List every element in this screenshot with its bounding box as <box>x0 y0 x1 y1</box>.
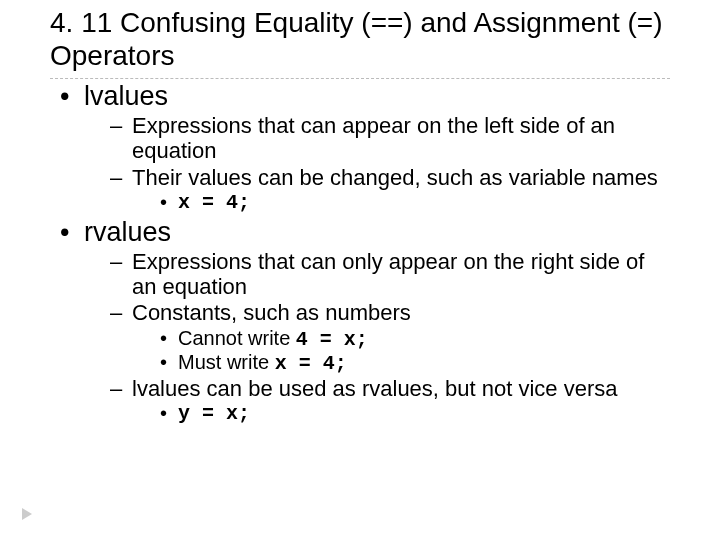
bullet-mark: • <box>160 327 178 352</box>
divider <box>50 78 670 79</box>
dash-mark: – <box>110 165 132 190</box>
bullet-mark: • <box>160 402 178 426</box>
slide-title: 4. 11 Confusing Equality (==) and Assign… <box>50 6 670 72</box>
code-text: 4 = x; <box>296 328 368 351</box>
mixed-line: Cannot write 4 = x; <box>178 327 368 352</box>
sub-bullet: – Their values can be changed, such as v… <box>110 165 670 190</box>
bullet-text: Expressions that can appear on the left … <box>132 113 670 164</box>
bullet-text: rvalues <box>84 217 171 248</box>
bullet-mark: • <box>160 351 178 376</box>
code-bullet: • Must write x = 4; <box>160 351 670 376</box>
bullet-mark: • <box>60 217 84 248</box>
slide-content: • lvalues – Expressions that can appear … <box>50 81 670 426</box>
sub-bullet: – Expressions that can only appear on th… <box>110 249 670 300</box>
bullet-text: Their values can be changed, such as var… <box>132 165 658 190</box>
dash-mark: – <box>110 376 132 401</box>
code-text: x = 4; <box>275 352 347 375</box>
sub-bullet: – Expressions that can appear on the lef… <box>110 113 670 164</box>
sub-bullet: – lvalues can be used as rvalues, but no… <box>110 376 670 401</box>
dash-mark: – <box>110 113 132 164</box>
bullet-lvalues: • lvalues <box>60 81 670 112</box>
bullet-text: Constants, such as numbers <box>132 300 411 325</box>
code-text: y = x; <box>178 402 250 426</box>
bullet-text: Cannot write <box>178 327 296 349</box>
sub-bullet: – Constants, such as numbers <box>110 300 670 325</box>
bullet-rvalues: • rvalues <box>60 217 670 248</box>
bullet-text: Must write <box>178 351 275 373</box>
mixed-line: Must write x = 4; <box>178 351 347 376</box>
code-bullet: • y = x; <box>160 402 670 426</box>
dash-mark: – <box>110 300 132 325</box>
dash-mark: – <box>110 249 132 300</box>
code-text: x = 4; <box>178 191 250 215</box>
bullet-mark: • <box>160 191 178 215</box>
code-bullet: • Cannot write 4 = x; <box>160 327 670 352</box>
bullet-text: lvalues <box>84 81 168 112</box>
corner-arrow-icon <box>22 508 32 520</box>
bullet-mark: • <box>60 81 84 112</box>
bullet-text: Expressions that can only appear on the … <box>132 249 670 300</box>
code-bullet: • x = 4; <box>160 191 670 215</box>
slide: 4. 11 Confusing Equality (==) and Assign… <box>0 0 720 436</box>
bullet-text: lvalues can be used as rvalues, but not … <box>132 376 618 401</box>
